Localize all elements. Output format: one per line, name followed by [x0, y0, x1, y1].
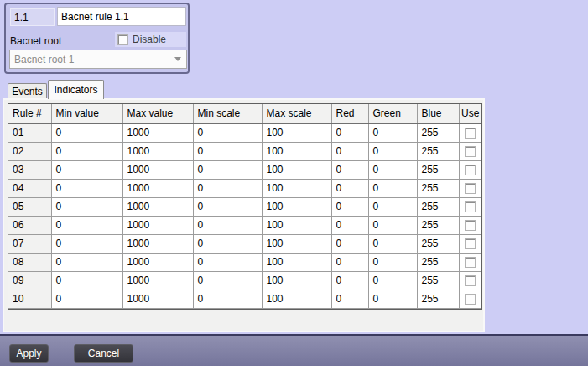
disable-checkbox[interactable] [117, 34, 128, 45]
min-value-cell[interactable]: 0 [51, 197, 122, 216]
max-value-cell[interactable]: 1000 [122, 253, 193, 271]
min-value-cell[interactable]: 0 [51, 271, 122, 290]
green-cell[interactable]: 0 [368, 234, 417, 253]
max-scale-cell[interactable]: 100 [262, 160, 331, 179]
green-cell[interactable]: 0 [368, 142, 417, 160]
use-checkbox[interactable] [465, 183, 476, 194]
rule-name-field[interactable] [57, 7, 186, 26]
min-scale-cell[interactable]: 0 [193, 160, 262, 179]
max-value-cell[interactable]: 1000 [122, 216, 193, 234]
blue-cell[interactable]: 255 [417, 179, 459, 197]
max-value-cell[interactable]: 1000 [122, 271, 193, 290]
min-scale-cell[interactable]: 0 [193, 234, 262, 253]
use-cell[interactable] [459, 271, 481, 290]
red-cell[interactable]: 0 [331, 160, 368, 179]
red-cell[interactable]: 0 [331, 271, 368, 290]
min-value-cell[interactable]: 0 [51, 123, 122, 142]
min-value-cell[interactable]: 0 [51, 142, 122, 160]
red-cell[interactable]: 0 [331, 290, 368, 308]
red-cell[interactable]: 0 [331, 179, 368, 197]
use-cell[interactable] [459, 197, 481, 216]
max-scale-cell[interactable]: 100 [262, 234, 331, 253]
green-cell[interactable]: 0 [368, 197, 417, 216]
rule-id-field[interactable] [10, 8, 55, 26]
apply-button[interactable]: Apply [9, 344, 49, 363]
max-value-cell[interactable]: 1000 [122, 290, 193, 308]
tab-indicators[interactable]: Indicators [48, 80, 104, 99]
use-checkbox[interactable] [465, 275, 476, 286]
min-value-cell[interactable]: 0 [51, 179, 122, 197]
green-cell[interactable]: 0 [368, 179, 417, 197]
column-header-rule[interactable]: Rule # [8, 104, 51, 123]
red-cell[interactable]: 0 [331, 197, 368, 216]
use-checkbox[interactable] [465, 128, 476, 139]
max-scale-cell[interactable]: 100 [262, 216, 331, 234]
green-cell[interactable]: 0 [368, 160, 417, 179]
min-scale-cell[interactable]: 0 [193, 271, 262, 290]
blue-cell[interactable]: 255 [417, 160, 459, 179]
use-checkbox[interactable] [465, 238, 476, 249]
use-checkbox[interactable] [465, 201, 476, 212]
use-cell[interactable] [459, 123, 481, 142]
red-cell[interactable]: 0 [331, 142, 368, 160]
green-cell[interactable]: 0 [368, 216, 417, 234]
max-value-cell[interactable]: 1000 [122, 179, 193, 197]
blue-cell[interactable]: 255 [417, 142, 459, 160]
max-value-cell[interactable]: 1000 [122, 142, 193, 160]
blue-cell[interactable]: 255 [417, 271, 459, 290]
blue-cell[interactable]: 255 [417, 234, 459, 253]
green-cell[interactable]: 0 [368, 123, 417, 142]
column-header-min-value[interactable]: Min value [51, 104, 122, 123]
max-scale-cell[interactable]: 100 [262, 253, 331, 271]
max-value-cell[interactable]: 1000 [122, 123, 193, 142]
min-value-cell[interactable]: 0 [51, 234, 122, 253]
column-header-use[interactable]: Use [459, 104, 481, 123]
max-value-cell[interactable]: 1000 [122, 234, 193, 253]
max-scale-cell[interactable]: 100 [262, 271, 331, 290]
min-scale-cell[interactable]: 0 [193, 216, 262, 234]
use-cell[interactable] [459, 142, 481, 160]
max-scale-cell[interactable]: 100 [262, 142, 331, 160]
use-cell[interactable] [459, 216, 481, 234]
blue-cell[interactable]: 255 [417, 216, 459, 234]
column-header-min-scale[interactable]: Min scale [193, 104, 262, 123]
max-scale-cell[interactable]: 100 [262, 123, 331, 142]
min-scale-cell[interactable]: 0 [193, 253, 262, 271]
column-header-blue[interactable]: Blue [417, 104, 459, 123]
max-value-cell[interactable]: 1000 [122, 160, 193, 179]
column-header-red[interactable]: Red [331, 104, 368, 123]
bacnet-root-dropdown[interactable]: Bacnet root 1 [9, 50, 187, 69]
red-cell[interactable]: 0 [331, 253, 368, 271]
red-cell[interactable]: 0 [331, 216, 368, 234]
min-scale-cell[interactable]: 0 [193, 142, 262, 160]
min-scale-cell[interactable]: 0 [193, 197, 262, 216]
blue-cell[interactable]: 255 [417, 253, 459, 271]
min-value-cell[interactable]: 0 [51, 160, 122, 179]
green-cell[interactable]: 0 [368, 271, 417, 290]
red-cell[interactable]: 0 [331, 234, 368, 253]
max-scale-cell[interactable]: 100 [262, 290, 331, 308]
max-value-cell[interactable]: 1000 [122, 197, 193, 216]
min-value-cell[interactable]: 0 [51, 290, 122, 308]
min-value-cell[interactable]: 0 [51, 216, 122, 234]
column-header-max-scale[interactable]: Max scale [262, 104, 331, 123]
use-checkbox[interactable] [465, 220, 476, 231]
max-scale-cell[interactable]: 100 [262, 179, 331, 197]
min-scale-cell[interactable]: 0 [193, 290, 262, 308]
blue-cell[interactable]: 255 [417, 197, 459, 216]
min-scale-cell[interactable]: 0 [193, 123, 262, 142]
blue-cell[interactable]: 255 [417, 290, 459, 308]
use-cell[interactable] [459, 290, 481, 308]
column-header-max-value[interactable]: Max value [122, 104, 193, 123]
cancel-button[interactable]: Cancel [74, 344, 133, 363]
use-checkbox[interactable] [465, 294, 476, 305]
use-cell[interactable] [459, 234, 481, 253]
column-header-green[interactable]: Green [368, 104, 417, 123]
blue-cell[interactable]: 255 [417, 123, 459, 142]
use-checkbox[interactable] [465, 146, 476, 157]
tab-events[interactable]: Events [8, 83, 47, 98]
max-scale-cell[interactable]: 100 [262, 197, 331, 216]
use-checkbox[interactable] [465, 257, 476, 268]
use-cell[interactable] [459, 179, 481, 197]
min-value-cell[interactable]: 0 [51, 253, 122, 271]
